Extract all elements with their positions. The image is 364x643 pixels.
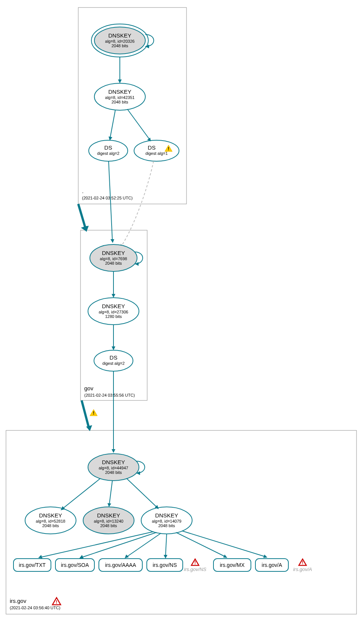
- zone-gov-label: gov: [84, 385, 94, 391]
- svg-text:irs.gov/MX: irs.gov/MX: [220, 562, 245, 568]
- svg-marker-38: [112, 346, 115, 350]
- svg-text:alg=8, id=14079: alg=8, id=14079: [152, 519, 182, 523]
- svg-text:irs.gov/SOA: irs.gov/SOA: [61, 562, 89, 568]
- svg-text:irs.gov/TXT: irs.gov/TXT: [19, 562, 46, 568]
- svg-text:alg=8, id=44947: alg=8, id=44947: [99, 466, 128, 470]
- svg-marker-86: [263, 555, 267, 558]
- node-root-ds1[interactable]: DS digest alg=2: [89, 140, 128, 161]
- svg-text:irs.gov/A: irs.gov/A: [293, 567, 312, 572]
- e-irsksk-k3: [127, 478, 157, 507]
- svg-text:2048 bits: 2048 bits: [105, 470, 122, 475]
- rr-ns[interactable]: irs.gov/NS: [147, 559, 183, 571]
- zone-irs-ts: (2021-02-24 03:56:40 UTC): [10, 606, 60, 610]
- zone-root-label: .: [82, 188, 84, 194]
- svg-text:irs.gov/NS: irs.gov/NS: [153, 562, 177, 568]
- svg-marker-42: [112, 449, 115, 453]
- svg-text:DNSKEY: DNSKEY: [97, 512, 120, 519]
- svg-text:!: !: [194, 560, 196, 565]
- node-gov-zsk[interactable]: DNSKEY alg=8, id=27306 1280 bits: [88, 298, 139, 325]
- svg-text:2048 bits: 2048 bits: [100, 523, 117, 528]
- svg-point-15: [134, 140, 179, 161]
- svg-marker-61: [107, 503, 111, 507]
- rr-aaaa[interactable]: irs.gov/AAAA: [99, 559, 142, 571]
- e-irsksk-k1: [63, 478, 100, 508]
- svg-text:alg=8, id=27306: alg=8, id=27306: [99, 310, 128, 314]
- svg-marker-81: [38, 555, 42, 558]
- rr-a-ghost: ! irs.gov/A: [293, 559, 312, 572]
- svg-marker-34: [112, 294, 115, 298]
- svg-text:2048 bits: 2048 bits: [105, 261, 122, 265]
- node-root-ksk[interactable]: DNSKEY alg=8, id=20326 2048 bits: [91, 24, 148, 57]
- svg-text:DNSKEY: DNSKEY: [102, 303, 125, 309]
- svg-text:DNSKEY: DNSKEY: [108, 32, 131, 39]
- error-icon: !: [52, 598, 61, 605]
- edge-del-gov-irs: [82, 400, 89, 427]
- svg-text:digest alg=1: digest alg=1: [145, 151, 168, 156]
- edge-ds2-govksk: [122, 161, 154, 246]
- node-irs-k3[interactable]: DNSKEY alg=8, id=14079 2048 bits: [141, 507, 192, 534]
- svg-text:alg=8, id=13240: alg=8, id=13240: [94, 519, 124, 523]
- svg-marker-83: [125, 555, 129, 558]
- rr-soa[interactable]: irs.gov/SOA: [55, 559, 94, 571]
- error-icon: !: [191, 559, 199, 565]
- svg-text:DNSKEY: DNSKEY: [155, 512, 178, 519]
- svg-text:DS: DS: [110, 354, 118, 361]
- svg-text:irs.gov/AAAA: irs.gov/AAAA: [105, 562, 136, 568]
- svg-text:digest alg=2: digest alg=2: [102, 361, 125, 366]
- svg-text:DS: DS: [104, 144, 112, 151]
- svg-marker-23: [110, 239, 114, 243]
- svg-text:alg=8, id=52818: alg=8, id=52818: [36, 519, 66, 523]
- e-irsksk-k2: [109, 481, 112, 504]
- svg-text:!: !: [93, 411, 94, 416]
- svg-point-11: [89, 140, 128, 161]
- svg-text:2048 bits: 2048 bits: [112, 100, 128, 104]
- node-root-ds2[interactable]: DS digest alg=1: [134, 140, 179, 161]
- node-gov-ds[interactable]: DS digest alg=2: [94, 350, 133, 371]
- svg-marker-84: [164, 555, 167, 559]
- svg-text:digest alg=2: digest alg=2: [97, 151, 119, 156]
- rr-mx[interactable]: irs.gov/MX: [213, 559, 251, 571]
- svg-text:2048 bits: 2048 bits: [42, 523, 59, 528]
- warning-icon: !: [90, 409, 97, 416]
- zone-root-ts: (2021-02-24 03:52:25 UTC): [82, 196, 133, 200]
- svg-text:!: !: [56, 599, 57, 605]
- svg-text:1280 bits: 1280 bits: [105, 314, 122, 319]
- svg-text:2048 bits: 2048 bits: [158, 523, 175, 528]
- rr-a[interactable]: irs.gov/A: [255, 559, 288, 571]
- svg-text:alg=8, id=42351: alg=8, id=42351: [105, 95, 135, 100]
- svg-text:2048 bits: 2048 bits: [112, 43, 128, 48]
- svg-text:!: !: [302, 560, 303, 565]
- dnssec-graph: . (2021-02-24 03:52:25 UTC) gov (2021-02…: [0, 0, 364, 643]
- node-irs-k2[interactable]: DNSKEY alg=8, id=13240 2048 bits: [83, 507, 134, 534]
- edge-root-zsk-ds2: [127, 109, 149, 139]
- svg-text:!: !: [168, 146, 169, 151]
- svg-text:DNSKEY: DNSKEY: [108, 88, 131, 95]
- svg-text:alg=8, id=7698: alg=8, id=7698: [100, 256, 127, 261]
- rr-ns-ghost: ! irs.gov/NS: [184, 559, 206, 572]
- error-icon: !: [299, 559, 306, 565]
- rr-txt[interactable]: irs.gov/TXT: [13, 559, 51, 571]
- svg-text:irs.gov/NS: irs.gov/NS: [184, 567, 206, 572]
- svg-text:DS: DS: [148, 144, 156, 151]
- svg-text:DNSKEY: DNSKEY: [102, 459, 125, 465]
- node-root-zsk[interactable]: DNSKEY alg=8, id=42351 2048 bits: [94, 83, 145, 110]
- edge-del-root-gov: [78, 204, 85, 228]
- zone-gov-ts: (2021-02-24 03:55:56 UTC): [84, 393, 135, 397]
- svg-text:alg=8, id=20326: alg=8, id=20326: [105, 39, 135, 43]
- zone-irs-label: irs.gov: [10, 598, 27, 604]
- edge-root-zsk-ds1: [110, 110, 115, 138]
- svg-text:irs.gov/A: irs.gov/A: [262, 562, 282, 568]
- svg-text:DNSKEY: DNSKEY: [102, 250, 125, 256]
- svg-point-35: [94, 350, 133, 371]
- node-irs-ksk[interactable]: DNSKEY alg=8, id=44947 2048 bits: [88, 454, 139, 481]
- edge-ds1-govksk: [109, 161, 112, 240]
- svg-text:DNSKEY: DNSKEY: [39, 512, 62, 519]
- svg-marker-10: [118, 79, 122, 83]
- node-irs-k1[interactable]: DNSKEY alg=8, id=52818 2048 bits: [25, 507, 76, 534]
- node-gov-ksk[interactable]: DNSKEY alg=8, id=7698 2048 bits: [90, 244, 137, 271]
